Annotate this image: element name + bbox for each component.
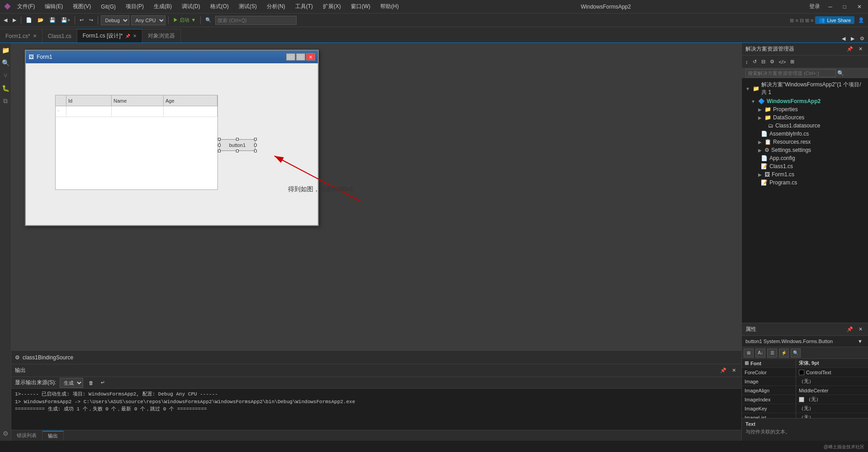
menu-git[interactable]: Git(G) [97,3,119,11]
form-minimize[interactable]: ─ [286,53,295,61]
tab-form1cs[interactable]: Form1.cs* ✕ [0,29,42,42]
activity-settings[interactable]: ⚙ [1,428,10,439]
back-button[interactable]: ◀ [2,16,9,24]
new-file-button[interactable]: 📄 [24,16,34,24]
tree-assemblyinfo[interactable]: 📄 AssemblyInfo.cs [742,130,868,138]
menu-window[interactable]: 窗口(W) [347,2,374,11]
props-tb-cat[interactable]: ⊞ [744,348,754,358]
menu-extensions[interactable]: 扩展(X) [319,2,344,11]
se-search-input[interactable] [745,69,836,77]
save-button[interactable]: 💾 [47,16,57,24]
bottom-tab-output[interactable]: 输出 [42,431,64,440]
imageindex-box [799,397,804,402]
menu-test[interactable]: 测试(S) [235,2,260,11]
tree-settings[interactable]: ▶ ⚙ Settings.settings [742,146,868,154]
dg-cell-id[interactable] [66,106,112,117]
form-maximize[interactable]: □ [296,53,305,61]
tree-appconfig[interactable]: 📄 App.config [742,154,868,162]
tab-scroll-left[interactable]: ◀ [840,35,847,42]
menu-format[interactable]: 格式(O) [207,2,232,11]
menu-build[interactable]: 生成(B) [150,2,175,11]
props-close[interactable]: ✕ [857,325,864,333]
se-close[interactable]: ✕ [857,45,864,53]
menu-edit[interactable]: 编辑(E) [41,2,66,11]
form-body[interactable]: Id Name Age * [26,63,318,225]
activity-debug[interactable]: 🐛 [0,83,11,94]
activity-search[interactable]: 🔍 [0,57,11,68]
debug-config-select[interactable]: Debug [101,15,129,25]
props-tb-events[interactable]: ⚡ [779,348,789,358]
datagrid[interactable]: Id Name Age * [55,95,218,190]
menu-analyze[interactable]: 分析(N) [263,2,289,11]
tree-resources[interactable]: ▶ 📋 Resources.resx [742,138,868,146]
tab-form1-design[interactable]: Form1.cs [设计]* 📌 ✕ [77,29,143,42]
search-input[interactable] [215,16,297,25]
toolbar-icons-right: ⊞ ≡ ⊟ ⊞ ≡ [790,18,813,23]
menu-tools[interactable]: 工具(T) [292,2,316,11]
se-pin[interactable]: 📌 [845,45,855,53]
se-sync[interactable]: ↕ [744,58,750,66]
se-properties[interactable]: ⚙ [768,58,776,66]
solution-explorer: 解决方案资源管理器 📌 ✕ ↕ ↺ ⊟ ⚙ </> ⊞ 🔍 ▼ [742,43,868,323]
se-refresh[interactable]: ↺ [751,58,759,66]
sel-handle-ml [218,144,221,146]
annotation-text: 得到如图，双击button1 [288,185,354,193]
save-all-button[interactable]: 💾+ [59,16,72,24]
props-dropdown[interactable]: ▼ [856,338,864,345]
open-button[interactable]: 📂 [36,16,46,24]
minimize-button[interactable]: ─ [826,3,835,11]
tab-class1cs[interactable]: Class1.cs [42,29,77,42]
props-tb-search[interactable]: 🔍 [791,348,801,358]
undo-button[interactable]: ↩ [78,16,85,24]
props-tb-alpha[interactable]: A↓ [755,348,765,358]
tree-properties[interactable]: ▶ 📁 Properties [742,105,868,113]
tab-form1-design-close[interactable]: ✕ [133,33,137,38]
props-tb-props[interactable]: ☰ [767,348,777,358]
tree-class1-datasource[interactable]: 🗂 Class1.datasource [742,122,868,130]
output-source-select[interactable]: 生成 [60,378,83,388]
tree-solution[interactable]: ▼ 📁 解决方案"WindowsFormsApp2"(1 个项目/共 1 [742,80,868,97]
pin-icon[interactable]: 📌 [125,34,130,38]
bottom-tab-errors[interactable]: 错误列表 [11,431,42,440]
menu-view[interactable]: 视图(V) [69,2,94,11]
close-button[interactable]: ✕ [854,3,864,11]
tree-programcs[interactable]: 📝 Program.cs [742,179,868,187]
dg-cell-age[interactable] [164,106,217,117]
activity-git[interactable]: ⑂ [2,70,9,81]
live-share-button[interactable]: 👥 Live Share [815,16,854,24]
tree-project[interactable]: ▼ 🔷 WindowsFormsApp2 [742,97,868,105]
menu-file[interactable]: 文件(F) [14,2,38,11]
menu-project[interactable]: 项目(P) [122,2,147,11]
redo-button[interactable]: ↪ [87,16,95,24]
tab-settings[interactable]: ⚙ [858,35,866,42]
dg-cell-name[interactable] [112,106,164,117]
cpu-config-select[interactable]: Any CPU [131,15,165,25]
tree-class1cs[interactable]: 📝 Class1.cs [742,162,868,170]
activity-extensions[interactable]: ⧉ [1,95,9,107]
form-close[interactable]: ✕ [306,53,315,61]
menu-debug[interactable]: 调试(D) [178,2,204,11]
tree-datasources[interactable]: ▶ 📁 DataSources [742,113,868,122]
login-button[interactable]: 登录 [809,3,820,10]
se-view-code[interactable]: </> [777,58,788,66]
maximize-button[interactable]: □ [840,3,849,11]
props-pin[interactable]: 📌 [845,325,855,333]
output-pin[interactable]: 📌 [718,367,728,374]
account-icon[interactable]: 👤 [856,16,866,24]
forward-button[interactable]: ▶ [11,16,18,24]
output-wrap[interactable]: ↵ [99,379,107,386]
start-button[interactable]: ▶ 启动 ▼ [171,16,198,24]
output-clear[interactable]: 🗑 [87,379,95,386]
tab-scroll-right[interactable]: ▶ [849,35,856,42]
se-collapse[interactable]: ⊟ [760,58,767,66]
prop-expand-font[interactable]: ⊞ [745,360,749,366]
tree-arrow-form1cs: ▶ [758,172,762,177]
designer-canvas[interactable]: 🖼 Form1 ─ □ ✕ Id Name [11,43,741,350]
menu-help[interactable]: 帮助(H) [377,2,402,11]
activity-explorer[interactable]: 📁 [0,45,11,56]
output-close[interactable]: ✕ [730,367,738,374]
tab-object-browser[interactable]: 对象浏览器 [142,29,181,42]
se-filter[interactable]: ⊞ [788,58,796,66]
tab-form1cs-close[interactable]: ✕ [33,33,37,38]
tree-form1cs[interactable]: ▶ 🖼 Form1.cs [742,170,868,179]
